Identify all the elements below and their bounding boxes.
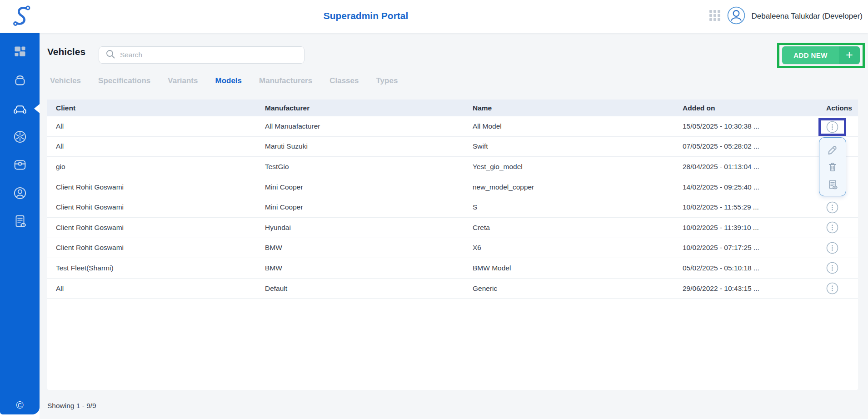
cell-manufacturer: Default bbox=[265, 284, 473, 293]
cell-client: All bbox=[47, 142, 265, 150]
tab-vehicles[interactable]: Vehicles bbox=[50, 76, 81, 85]
table-row: AllAll ManuafacturerAll Model15/05/2025 … bbox=[47, 116, 858, 137]
page-title: Vehicles bbox=[47, 46, 85, 57]
add-new-label: ADD NEW bbox=[782, 46, 839, 64]
table-row: Client Rohit GoswamiMini Coopernew_model… bbox=[47, 177, 858, 198]
cell-name: Yest_gio_model bbox=[473, 163, 683, 171]
row-actions-button[interactable] bbox=[826, 262, 838, 274]
sidebar-item-wallet[interactable] bbox=[12, 73, 28, 88]
sidebar-item-accounts[interactable] bbox=[12, 185, 28, 201]
cell-client: Client Rohit Goswami bbox=[47, 244, 265, 252]
column-header-manufacturer: Manufacturer bbox=[265, 104, 473, 112]
cell-name: new_model_copper bbox=[473, 183, 683, 191]
cell-actions bbox=[822, 262, 858, 274]
table-header-row: ClientManufacturerNameAdded onActions bbox=[47, 100, 858, 116]
cell-added_on: 14/02/2025 - 09:25:40 ... bbox=[683, 183, 822, 191]
cell-actions bbox=[822, 282, 858, 294]
tab-models[interactable]: Models bbox=[215, 76, 242, 85]
table-row: AllDefaultGeneric29/06/2022 - 10:43:15 .… bbox=[47, 279, 858, 299]
cell-added_on: 15/05/2025 - 10:30:38 ... bbox=[683, 122, 822, 130]
active-item-notch bbox=[34, 104, 40, 113]
table-row: Client Rohit GoswamiMini CooperS10/02/20… bbox=[47, 197, 858, 218]
tab-variants[interactable]: Variants bbox=[168, 76, 198, 85]
cell-manufacturer: Hyundai bbox=[265, 224, 473, 232]
sidebar-item-devices[interactable] bbox=[12, 157, 28, 173]
cell-actions bbox=[822, 221, 858, 234]
cell-added_on: 10/02/2025 - 11:39:10 ... bbox=[683, 224, 822, 232]
row-actions-button[interactable] bbox=[826, 242, 838, 254]
cell-name: Swift bbox=[473, 142, 683, 150]
view-details-icon[interactable] bbox=[827, 179, 838, 190]
row-actions-button[interactable] bbox=[826, 282, 838, 294]
add-new-button[interactable]: ADD NEW + bbox=[782, 46, 860, 64]
tab-bar: VehiclesSpecificationsVariantsModelsManu… bbox=[50, 76, 398, 85]
cell-actions bbox=[822, 201, 858, 214]
sidebar-item-vehicles[interactable] bbox=[12, 101, 28, 116]
sidebar-item-reports[interactable] bbox=[12, 214, 28, 229]
sidebar-nav: © bbox=[0, 33, 40, 414]
row-actions-menu bbox=[819, 137, 846, 196]
tab-specifications[interactable]: Specifications bbox=[98, 76, 150, 85]
cell-added_on: 05/02/2025 - 05:10:18 ... bbox=[683, 264, 822, 272]
s-curve-logo-icon[interactable] bbox=[12, 5, 32, 29]
cell-manufacturer: BMW bbox=[265, 264, 473, 272]
superadmin-portal-app: Superadmin Portal Debaleena Talukdar (De… bbox=[0, 0, 868, 419]
cell-name: BMW Model bbox=[473, 264, 683, 272]
cell-added_on: 10/02/2025 - 11:55:29 ... bbox=[683, 203, 822, 211]
plus-icon: + bbox=[839, 46, 860, 64]
delete-trash-icon[interactable] bbox=[827, 161, 838, 173]
cell-added_on: 29/06/2022 - 10:43:15 ... bbox=[683, 284, 822, 293]
pagination-status: Showing 1 - 9/9 bbox=[47, 402, 96, 410]
cell-added_on: 28/04/2025 - 01:13:04 ... bbox=[683, 163, 822, 171]
cell-client: Client Rohit Goswami bbox=[47, 224, 265, 232]
sidebar-item-climate[interactable] bbox=[12, 129, 28, 145]
tab-types[interactable]: Types bbox=[376, 76, 398, 85]
table-row: AllMaruti SuzukiSwift07/05/2025 - 05:28:… bbox=[47, 137, 858, 157]
cell-name: Creta bbox=[473, 224, 683, 232]
cell-manufacturer: Mini Cooper bbox=[265, 203, 473, 211]
apps-grid-icon[interactable] bbox=[709, 10, 721, 23]
search-box bbox=[99, 46, 304, 64]
main-content: Vehicles ADD NEW + VehiclesSpecification… bbox=[40, 33, 868, 419]
top-header: Superadmin Portal Debaleena Talukdar (De… bbox=[0, 0, 868, 33]
tab-manufacturers[interactable]: Manufacturers bbox=[259, 76, 312, 85]
cell-manufacturer: Mini Cooper bbox=[265, 183, 473, 191]
search-input[interactable] bbox=[120, 51, 293, 59]
table-row: Client Rohit GoswamiBMWX610/02/2025 - 07… bbox=[47, 238, 858, 259]
cell-manufacturer: TestGio bbox=[265, 163, 473, 171]
cell-name: All Model bbox=[473, 122, 683, 130]
cell-client: All bbox=[47, 122, 265, 130]
row-actions-button[interactable] bbox=[826, 121, 838, 133]
cell-manufacturer: Maruti Suzuki bbox=[265, 142, 473, 150]
tab-classes[interactable]: Classes bbox=[329, 76, 359, 85]
cell-client: Test Fleet(Sharmi) bbox=[47, 264, 265, 272]
cell-added_on: 07/05/2025 - 05:28:02 ... bbox=[683, 142, 822, 150]
sidebar-item-dashboard[interactable] bbox=[12, 45, 28, 60]
cell-manufacturer: BMW bbox=[265, 244, 473, 252]
copyright-icon[interactable]: © bbox=[0, 399, 40, 411]
cell-client: All bbox=[47, 284, 265, 293]
cell-actions bbox=[822, 242, 858, 254]
row-actions-button[interactable] bbox=[826, 201, 838, 214]
cell-client: gio bbox=[47, 163, 265, 171]
table-body: AllAll ManuafacturerAll Model15/05/2025 … bbox=[47, 116, 858, 299]
header-right-cluster: Debaleena Talukdar (Developer) bbox=[709, 0, 863, 33]
cell-client: Client Rohit Goswami bbox=[47, 203, 265, 211]
edit-pencil-icon[interactable] bbox=[827, 144, 838, 155]
row-actions-button[interactable] bbox=[826, 221, 838, 234]
cell-added_on: 10/02/2025 - 07:17:25 ... bbox=[683, 244, 822, 252]
table-row: Client Rohit GoswamiHyundaiCreta10/02/20… bbox=[47, 218, 858, 238]
user-avatar-icon[interactable] bbox=[727, 6, 745, 26]
table-row: gioTestGioYest_gio_model28/04/2025 - 01:… bbox=[47, 157, 858, 177]
cell-name: S bbox=[473, 203, 683, 211]
portal-title: Superadmin Portal bbox=[324, 10, 409, 21]
table-row: Test Fleet(Sharmi)BMWBMW Model05/02/2025… bbox=[47, 258, 858, 279]
user-name[interactable]: Debaleena Talukdar (Developer) bbox=[752, 12, 863, 21]
column-header-client: Client bbox=[47, 104, 265, 112]
search-icon bbox=[105, 49, 115, 61]
column-header-actions: Actions bbox=[822, 104, 858, 112]
annotation-box-indigo bbox=[818, 118, 846, 136]
cell-name: X6 bbox=[473, 244, 683, 252]
cell-name: Generic bbox=[473, 284, 683, 293]
cell-manufacturer: All Manuafacturer bbox=[265, 122, 473, 130]
